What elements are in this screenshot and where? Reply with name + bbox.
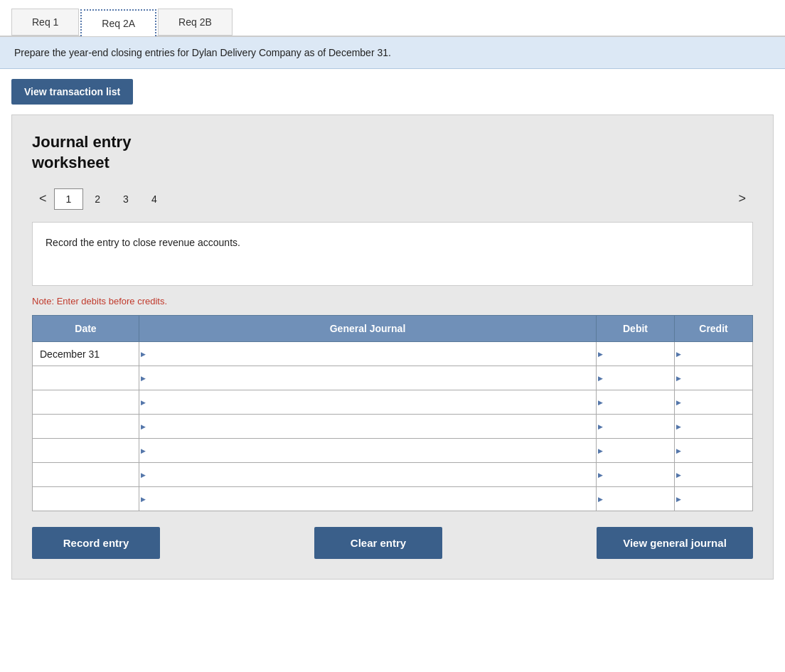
- page-3[interactable]: 3: [112, 189, 140, 209]
- credit-input-4[interactable]: [675, 439, 752, 462]
- date-cell-6: [33, 487, 139, 511]
- credit-cell-3[interactable]: [675, 415, 753, 439]
- debit-input-4[interactable]: [597, 439, 674, 462]
- tabs-container: Req 1 Req 2A Req 2B: [0, 0, 785, 37]
- gj-cell-3[interactable]: [139, 415, 597, 439]
- credit-input-2[interactable]: [675, 390, 752, 414]
- page-1[interactable]: 1: [54, 188, 84, 210]
- table-row: [33, 439, 753, 463]
- debit-input-0[interactable]: [597, 342, 674, 366]
- record-entry-button[interactable]: Record entry: [32, 527, 160, 559]
- date-cell-2: [33, 390, 139, 415]
- gj-cell-1[interactable]: [139, 366, 597, 390]
- debit-input-1[interactable]: [597, 366, 674, 390]
- table-row: [33, 487, 753, 511]
- gj-cell-5[interactable]: [139, 463, 597, 487]
- gj-cell-6[interactable]: [139, 487, 597, 511]
- date-cell-5: [33, 463, 139, 487]
- tab-req2b[interactable]: Req 2B: [158, 9, 233, 36]
- table-row: [33, 390, 753, 415]
- debit-cell-1[interactable]: [597, 366, 675, 390]
- tab-req1[interactable]: Req 1: [11, 9, 79, 36]
- gj-input-0[interactable]: [139, 342, 596, 366]
- col-header-gj: General Journal: [139, 316, 597, 342]
- debit-cell-0[interactable]: [597, 342, 675, 366]
- journal-table: Date General Journal Debit Credit Decemb…: [32, 315, 753, 511]
- page-2[interactable]: 2: [83, 189, 112, 209]
- gj-input-6[interactable]: [139, 487, 596, 511]
- note-text: Note: Enter debits before credits.: [32, 296, 753, 306]
- table-row: [33, 366, 753, 390]
- col-header-credit: Credit: [675, 316, 753, 342]
- gj-cell-4[interactable]: [139, 439, 597, 463]
- debit-cell-2[interactable]: [597, 390, 675, 415]
- debit-input-6[interactable]: [597, 487, 674, 511]
- credit-cell-1[interactable]: [675, 366, 753, 390]
- table-row: [33, 415, 753, 439]
- page-4[interactable]: 4: [140, 189, 169, 209]
- next-page-arrow[interactable]: >: [731, 187, 753, 210]
- credit-input-3[interactable]: [675, 415, 752, 438]
- prev-page-arrow[interactable]: <: [32, 187, 54, 210]
- gj-input-5[interactable]: [139, 463, 596, 486]
- table-row: December 31: [33, 342, 753, 366]
- debit-cell-5[interactable]: [597, 463, 675, 487]
- credit-cell-5[interactable]: [675, 463, 753, 487]
- debit-cell-4[interactable]: [597, 439, 675, 463]
- gj-input-3[interactable]: [139, 415, 596, 438]
- pagination: < 1 2 3 4 >: [32, 187, 753, 210]
- instruction-box: Record the entry to close revenue accoun…: [32, 222, 753, 286]
- credit-cell-6[interactable]: [675, 487, 753, 511]
- date-cell-3: [33, 415, 139, 439]
- credit-cell-4[interactable]: [675, 439, 753, 463]
- credit-cell-2[interactable]: [675, 390, 753, 415]
- debit-cell-3[interactable]: [597, 415, 675, 439]
- gj-input-2[interactable]: [139, 390, 596, 414]
- gj-cell-0[interactable]: [139, 342, 597, 366]
- date-cell-1: [33, 366, 139, 390]
- credit-input-6[interactable]: [675, 487, 752, 511]
- debit-cell-6[interactable]: [597, 487, 675, 511]
- gj-input-4[interactable]: [139, 439, 596, 462]
- date-cell-0: December 31: [33, 342, 139, 366]
- debit-input-3[interactable]: [597, 415, 674, 438]
- gj-cell-2[interactable]: [139, 390, 597, 415]
- credit-cell-0[interactable]: [675, 342, 753, 366]
- tab-req2a[interactable]: Req 2A: [80, 9, 156, 36]
- debit-input-5[interactable]: [597, 463, 674, 486]
- worksheet-title: Journal entry worksheet: [32, 132, 753, 173]
- view-transaction-list-button[interactable]: View transaction list: [11, 79, 133, 105]
- date-cell-4: [33, 439, 139, 463]
- col-header-debit: Debit: [597, 316, 675, 342]
- gj-input-1[interactable]: [139, 366, 596, 390]
- top-actions: View transaction list: [0, 69, 785, 114]
- credit-input-0[interactable]: [675, 342, 752, 366]
- worksheet-container: Journal entry worksheet < 1 2 3 4 > Reco…: [11, 114, 774, 580]
- table-row: [33, 463, 753, 487]
- debit-input-2[interactable]: [597, 390, 674, 414]
- view-general-journal-button[interactable]: View general journal: [597, 527, 753, 559]
- credit-input-1[interactable]: [675, 366, 752, 390]
- credit-input-5[interactable]: [675, 463, 752, 486]
- clear-entry-button[interactable]: Clear entry: [314, 527, 442, 559]
- bottom-actions: Record entry Clear entry View general jo…: [32, 527, 753, 559]
- col-header-date: Date: [33, 316, 139, 342]
- instruction-bar: Prepare the year-end closing entries for…: [0, 37, 785, 69]
